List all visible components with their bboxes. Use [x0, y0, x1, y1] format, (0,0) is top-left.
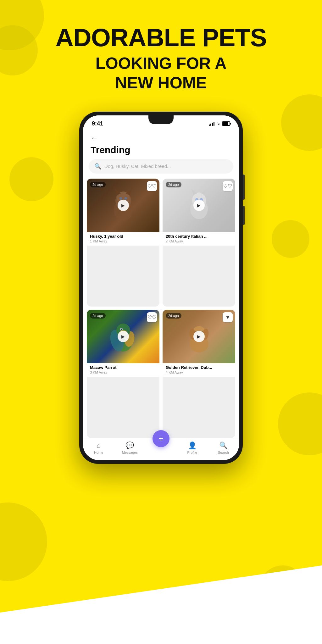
pet-card-husky[interactable]: ▶ 2d ago ♡ Husky, 1 year old 1 KM Away — [87, 179, 159, 307]
pet-card-parrot[interactable]: ▶ 2d ago ♡ Macaw Parrot 3 KM Away — [87, 310, 159, 438]
like-button-parrot[interactable]: ♡ — [147, 312, 157, 322]
nav-label-profile: Profile — [187, 451, 197, 454]
time-badge-cat: 2d ago — [166, 182, 181, 187]
pet-card-image-husky: ▶ 2d ago ♡ — [87, 179, 159, 232]
pet-distance-husky: 1 KM Away — [90, 239, 156, 243]
search-bar-placeholder: Dog, Husky, Cat, Mixed breed... — [104, 164, 171, 169]
pet-card-image-parrot: ▶ 2d ago ♡ — [87, 310, 159, 363]
status-icons: ∿ — [209, 121, 230, 126]
phone-side-button-2 — [243, 206, 245, 225]
search-bar-icon: 🔍 — [94, 163, 101, 170]
nav-item-profile[interactable]: 👤 Profile — [177, 441, 208, 454]
pet-card-cat[interactable]: ▶ 2d ago ♡ 20th century Italian ... 2 KM… — [163, 179, 235, 307]
pet-distance-parrot: 3 KM Away — [90, 370, 156, 374]
pet-card-image-cat: ▶ 2d ago ♡ — [163, 179, 235, 232]
play-button-husky[interactable]: ▶ — [118, 200, 129, 211]
home-icon: ⌂ — [97, 441, 101, 450]
phone-notch — [148, 115, 174, 124]
svg-point-21 — [121, 329, 122, 330]
pet-name-parrot: Macaw Parrot — [90, 365, 156, 370]
svg-point-3 — [119, 197, 122, 200]
header-title-line1: ADORABLE PETS — [0, 25, 322, 50]
pet-info-parrot: Macaw Parrot 3 KM Away — [87, 363, 159, 377]
play-button-golden[interactable]: ▶ — [193, 331, 205, 342]
page-title: Trending — [83, 142, 239, 159]
time-badge-husky: 2d ago — [90, 182, 106, 187]
pet-card-image-golden: ▶ 2d ago ♥ — [163, 310, 235, 363]
play-button-parrot[interactable]: ▶ — [118, 331, 129, 342]
nav-label-search: Search — [218, 451, 229, 454]
bottom-navigation: + ⌂ Home 💬 Messages 👤 Profile � — [83, 438, 239, 460]
bottom-white-shape — [0, 565, 322, 644]
pet-name-golden: Golden Retriever, Dub... — [166, 365, 232, 370]
like-button-husky[interactable]: ♡ — [147, 181, 157, 191]
phone-container: 9:41 ∿ ← — [0, 112, 322, 464]
play-button-cat[interactable]: ▶ — [193, 200, 205, 211]
pet-name-husky: Husky, 1 year old — [90, 234, 156, 239]
search-nav-icon: 🔍 — [219, 441, 228, 450]
top-navigation: ← — [83, 130, 239, 142]
search-bar[interactable]: 🔍 Dog, Husky, Cat, Mixed breed... — [89, 159, 233, 174]
pet-info-golden: Golden Retriever, Dub... 4 KM Away — [163, 363, 235, 377]
app-content: ← Trending 🔍 Dog, Husky, Cat, Mixed bree… — [83, 130, 239, 438]
phone-screen: 9:41 ∿ ← — [83, 115, 239, 460]
like-button-cat[interactable]: ♡ — [223, 181, 233, 191]
nav-item-messages[interactable]: 💬 Messages — [114, 441, 145, 454]
pet-info-cat: 20th century Italian ... 2 KM Away — [163, 232, 235, 246]
messages-icon: 💬 — [125, 441, 134, 450]
pet-info-husky: Husky, 1 year old 1 KM Away — [87, 232, 159, 246]
fab-button[interactable]: + — [153, 430, 169, 447]
phone-side-button-1 — [243, 175, 245, 200]
phone-frame: 9:41 ∿ ← — [79, 112, 243, 464]
header-section: ADORABLE PETS LOOKING FOR A NEW HOME — [0, 0, 322, 93]
svg-point-4 — [125, 197, 127, 200]
header-subtitle: LOOKING FOR A NEW HOME — [0, 53, 322, 93]
nav-item-home[interactable]: ⌂ Home — [83, 441, 114, 454]
nav-label-home: Home — [94, 451, 103, 454]
back-button[interactable]: ← — [91, 133, 98, 142]
status-time: 9:41 — [92, 120, 103, 127]
pet-name-cat: 20th century Italian ... — [166, 234, 232, 239]
profile-icon: 👤 — [188, 441, 197, 450]
pet-grid: ▶ 2d ago ♡ Husky, 1 year old 1 KM Away — [83, 179, 239, 438]
battery-icon — [222, 121, 230, 126]
time-badge-golden: 2d ago — [166, 313, 181, 319]
like-button-golden[interactable]: ♥ — [223, 312, 233, 322]
pet-distance-cat: 2 KM Away — [166, 239, 232, 243]
nav-label-messages: Messages — [122, 451, 138, 454]
signal-icon — [209, 121, 214, 126]
pet-card-golden[interactable]: ▶ 2d ago ♥ Golden Retriever, Dub... 4 KM… — [163, 310, 235, 438]
wifi-icon: ∿ — [216, 121, 220, 126]
pet-distance-golden: 4 KM Away — [166, 370, 232, 374]
nav-item-search[interactable]: 🔍 Search — [208, 441, 239, 454]
time-badge-parrot: 2d ago — [90, 313, 106, 319]
